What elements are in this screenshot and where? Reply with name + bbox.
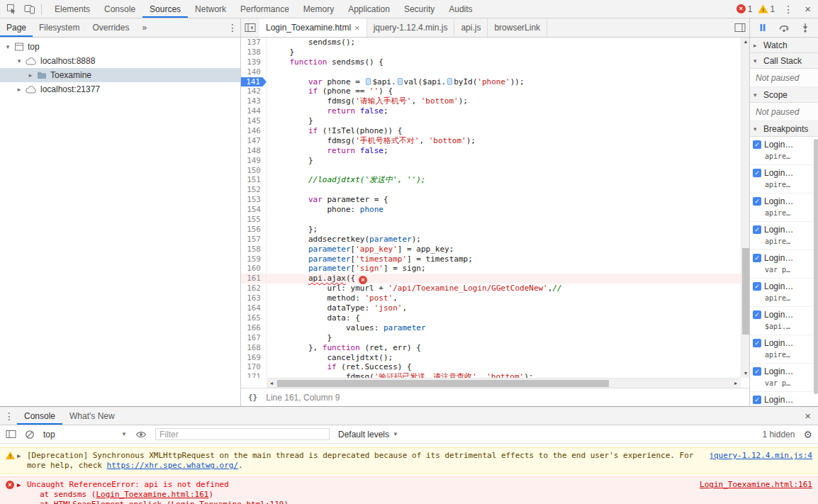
panel-tab-network[interactable]: Network [188, 0, 233, 18]
pretty-print-icon[interactable]: {} [248, 393, 257, 402]
line-number[interactable]: 170 [241, 362, 267, 372]
breakpoint-entry[interactable]: ✓Login… [750, 392, 818, 406]
code-line-content[interactable]: url: ymurl + '/api/Toexamine_Login/GGetC… [267, 284, 741, 293]
console-sidebar-icon[interactable] [6, 430, 16, 439]
code-line-content[interactable] [267, 185, 741, 195]
code-line-content[interactable]: //loadjdtxt('发送中', ''); [267, 175, 741, 185]
line-number[interactable]: 164 [241, 303, 267, 313]
line-number[interactable]: 148 [241, 146, 267, 156]
breakpoint-entry[interactable]: ✓Login…$api.… [750, 307, 818, 335]
line-number[interactable]: 151 [241, 175, 267, 185]
code-line-content[interactable]: if (!IsTel(phone)) { [267, 126, 741, 136]
console-error-message[interactable]: × ▶ Login_Toexamine.html:161 Uncaught Re… [0, 476, 818, 504]
line-number[interactable]: 138 [241, 47, 267, 57]
line-number[interactable]: 144 [241, 106, 267, 116]
drawer-tab-console[interactable]: Console [17, 407, 62, 425]
sidebar-scrollbar[interactable] [814, 139, 818, 394]
panel-tab-console[interactable]: Console [97, 0, 142, 18]
breakpoint-entry[interactable]: ✓Login…var p… [750, 250, 818, 279]
line-number[interactable]: 159 [241, 254, 267, 264]
code-line-content[interactable]: function sendsms() { [267, 57, 741, 67]
checkbox-checked-icon[interactable]: ✓ [753, 169, 761, 177]
breakpoint-entry[interactable]: ✓Login…apire… [750, 279, 818, 307]
line-number[interactable]: 163 [241, 293, 267, 303]
line-number[interactable]: 158 [241, 245, 267, 254]
line-number[interactable]: 157 [241, 235, 267, 245]
breakpoint-entry[interactable]: ✓Login…apire… [750, 194, 818, 222]
checkbox-checked-icon[interactable]: ✓ [753, 225, 761, 234]
stack-source-link[interactable]: Login_Toexamine.html:161 [96, 490, 208, 499]
code-line-content[interactable]: } [267, 156, 741, 166]
clear-console-icon[interactable] [25, 430, 35, 439]
line-number[interactable]: 139 [241, 57, 267, 67]
file-tab-login-toexamine-html[interactable]: Login_Toexamine.html× [259, 18, 367, 37]
panel-tab-application[interactable]: Application [341, 0, 397, 18]
code-line-content[interactable]: } [267, 333, 741, 343]
expand-icon[interactable]: ▶ [17, 451, 21, 461]
inspect-element-icon[interactable] [3, 4, 21, 14]
panel-tab-performance[interactable]: Performance [233, 0, 296, 18]
code-editor[interactable]: 137 sendsms();138 }139 function sendsms(… [241, 38, 741, 378]
breakpoint-entry[interactable]: ✓Login…apire… [750, 222, 818, 250]
breakpoint-entry[interactable]: ✓Login…apire… [750, 165, 818, 194]
live-expression-icon[interactable] [135, 430, 147, 439]
breakpoint-line-number[interactable]: 141 [241, 77, 267, 87]
breakpoint-entry[interactable]: ✓Login…apire… [750, 137, 818, 165]
file-tab-api-js[interactable]: api.js [454, 18, 488, 37]
code-line-content[interactable] [267, 166, 741, 176]
checkbox-checked-icon[interactable]: ✓ [753, 140, 761, 149]
tree-item-toexamine[interactable]: ▸Toexamine [0, 68, 240, 82]
line-number[interactable]: 156 [241, 225, 267, 235]
checkbox-checked-icon[interactable]: ✓ [753, 367, 761, 376]
code-line-content[interactable]: }, function (ret, err) { [267, 343, 741, 353]
code-line-content[interactable]: parameter['app_key'] = app_key; [267, 245, 741, 254]
chevron-down-icon[interactable]: ▾ [4, 43, 11, 50]
line-number[interactable]: 142 [241, 86, 267, 96]
code-line-content[interactable]: parameter['timestamp'] = timestamp; [267, 254, 741, 264]
line-number[interactable]: 168 [241, 343, 267, 353]
code-line-content[interactable]: fdmsg('请输入手机号', 'bottom'); [267, 96, 741, 106]
code-line-content[interactable]: canceljdtxt(); [267, 353, 741, 363]
console-filter-input[interactable] [155, 428, 330, 440]
stack-source-link[interactable]: Login_Toexamine.html:119 [171, 500, 284, 504]
line-number[interactable]: 171 [241, 372, 267, 378]
tree-item-top[interactable]: ▾top [0, 40, 240, 54]
code-line-content[interactable]: parameter['sign'] = sign; [267, 264, 741, 274]
line-number[interactable]: 140 [241, 67, 267, 77]
watch-section-header[interactable]: ▸ Watch [750, 38, 818, 53]
code-line-content[interactable]: var phone = $api.val($api.byId('phone'))… [267, 77, 741, 87]
code-line-content[interactable]: } [267, 47, 741, 57]
line-number[interactable]: 145 [241, 116, 267, 126]
file-tab-browserlink[interactable]: browserLink [488, 18, 547, 37]
panel-tab-sources[interactable]: Sources [142, 0, 188, 18]
device-toolbar-icon[interactable] [21, 4, 39, 14]
line-number[interactable]: 162 [241, 284, 267, 293]
error-badge[interactable]: × 1 [736, 4, 753, 14]
call-stack-section-header[interactable]: ▾ Call Stack [750, 53, 818, 69]
close-drawer-icon[interactable]: × [802, 410, 814, 422]
navigator-tab-page[interactable]: Page [0, 18, 33, 37]
tree-item-localhost-8888[interactable]: ▾localhost:8888 [0, 54, 240, 68]
chevron-down-icon[interactable]: ▾ [16, 57, 23, 65]
code-line-content[interactable]: data: { [267, 313, 741, 323]
code-line-content[interactable]: sendsms(); [267, 38, 741, 47]
inline-breakpoint-icon[interactable] [398, 78, 403, 85]
code-line-content[interactable]: }; [267, 225, 741, 235]
line-number[interactable]: 166 [241, 323, 267, 333]
scope-section-header[interactable]: ▾ Scope [750, 87, 818, 103]
code-line-content[interactable]: phone: phone [267, 205, 741, 215]
line-number[interactable]: 137 [241, 38, 267, 47]
drawer-menu-icon[interactable]: ⋮ [1, 410, 17, 422]
checkbox-checked-icon[interactable]: ✓ [753, 197, 761, 206]
line-number[interactable]: 169 [241, 353, 267, 363]
navigator-tab-overrides[interactable]: Overrides [86, 18, 135, 37]
panel-tab-audits[interactable]: Audits [442, 0, 479, 18]
warning-badge[interactable]: ! 1 [758, 4, 775, 14]
line-number[interactable]: 143 [241, 96, 267, 106]
navigator-tab-more[interactable]: » [135, 18, 153, 37]
panel-tab-security[interactable]: Security [397, 0, 442, 18]
toggle-navigator-icon[interactable] [241, 18, 259, 37]
pause-button[interactable] [758, 23, 768, 33]
navigator-more-icon[interactable]: ⋮ [225, 22, 240, 33]
file-tab-jquery-1-12-4-min-js[interactable]: jquery-1.12.4.min.js [367, 18, 455, 37]
